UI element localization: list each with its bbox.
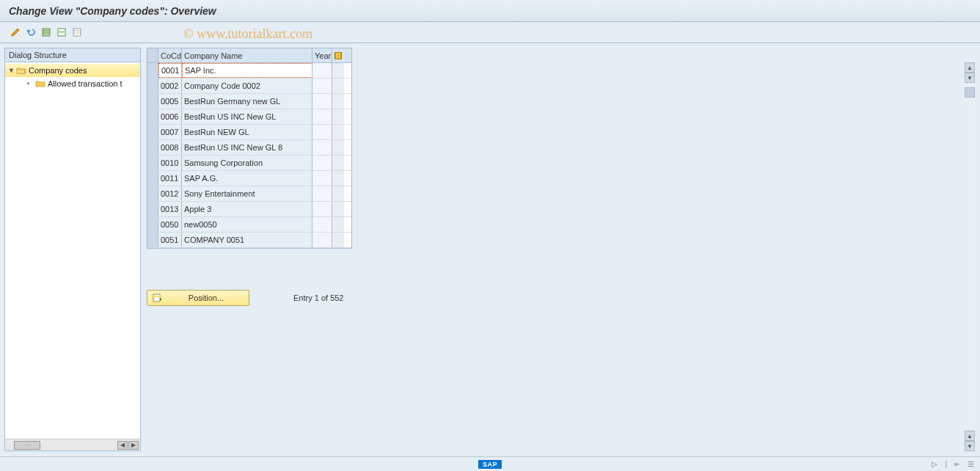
tree-bullet-icon: • <box>27 80 34 87</box>
cell-company-name[interactable]: new0050 <box>182 217 312 232</box>
row-selector[interactable] <box>147 125 158 139</box>
scroll-drag-handle[interactable]: ⋯ <box>14 441 40 450</box>
cell-year[interactable] <box>312 78 332 93</box>
row-selector[interactable] <box>147 109 158 124</box>
cell-cocd[interactable]: 0012 <box>158 186 182 201</box>
cell-company-name[interactable]: Apple 3 <box>182 202 312 216</box>
table-row[interactable]: 0007 BestRun NEW GL <box>147 125 351 140</box>
cell-cocd[interactable]: 0001 <box>158 63 182 78</box>
row-selector[interactable] <box>147 140 158 155</box>
row-selector[interactable] <box>147 156 158 170</box>
row-selector[interactable] <box>147 202 158 216</box>
table-row[interactable]: 0011 SAP A.G. <box>147 171 351 186</box>
table-row[interactable]: 0001 SAP Inc. <box>147 63 351 78</box>
cell-cocd[interactable]: 0010 <box>158 156 182 170</box>
cell-year[interactable] <box>312 94 332 109</box>
cell-company-name[interactable]: SAP A.G. <box>182 171 312 186</box>
cell-scroll-gutter <box>332 171 344 186</box>
row-selector[interactable] <box>147 217 158 232</box>
svg-rect-5 <box>73 29 81 36</box>
scroll-thumb[interactable] <box>965 87 975 98</box>
scroll-right-icon[interactable]: ▶ <box>128 441 139 450</box>
cell-cocd[interactable]: 0013 <box>158 202 182 216</box>
cell-company-name[interactable]: BestRun NEW GL <box>182 125 312 139</box>
cell-company-name[interactable]: Samsung Corporation <box>182 156 312 170</box>
table-row[interactable]: 0012 Sony Entertainment <box>147 186 351 202</box>
select-block-icon[interactable] <box>55 26 68 39</box>
display-change-icon[interactable] <box>9 26 22 39</box>
cell-cocd[interactable]: 0008 <box>158 140 182 155</box>
header-company-name[interactable]: Company Name <box>182 48 312 62</box>
position-button[interactable]: Position... <box>147 290 249 306</box>
tree-label: Allowed transaction t <box>48 79 122 88</box>
cell-cocd[interactable]: 0005 <box>158 94 182 109</box>
table-row[interactable]: 0002 Company Code 0002 <box>147 78 351 94</box>
row-selector[interactable] <box>147 233 158 247</box>
tree-label: Company codes <box>29 66 87 75</box>
svg-rect-9 <box>153 296 160 297</box>
cell-year[interactable] <box>312 233 332 247</box>
scroll-up-icon[interactable]: ▲ <box>965 62 975 73</box>
cell-cocd[interactable]: 0007 <box>158 125 182 139</box>
table-row[interactable]: 0050 new0050 <box>147 217 351 233</box>
table-row[interactable]: 0013 Apple 3 <box>147 202 351 217</box>
scroll-left-icon[interactable]: ◀ <box>117 441 128 450</box>
table-row[interactable]: 0006 BestRun US INC New GL <box>147 109 351 125</box>
table-row[interactable]: 0010 Samsung Corporation <box>147 156 351 171</box>
cell-company-name[interactable]: Sony Entertainment <box>182 186 312 201</box>
tree-item-allowed-transaction[interactable]: • Allowed transaction t <box>5 77 140 90</box>
table-vertical-scrollbar[interactable]: ▲ ▼ ▲ ▼ <box>964 62 976 451</box>
cell-year[interactable] <box>312 171 332 186</box>
cell-scroll-gutter <box>332 109 344 124</box>
cell-year[interactable] <box>312 202 332 216</box>
table-row[interactable]: 0051 COMPANY 0051 <box>147 233 351 248</box>
tree-item-company-codes[interactable]: ▼ Company codes <box>5 64 140 77</box>
tree-horizontal-scrollbar[interactable]: ⋯ ◀ ▶ <box>5 439 140 450</box>
row-selector[interactable] <box>147 171 158 186</box>
cell-company-name[interactable]: BestRun US INC New GL 8 <box>182 140 312 155</box>
row-selector[interactable] <box>147 94 158 109</box>
table-row[interactable]: 0008 BestRun US INC New GL 8 <box>147 140 351 156</box>
deselect-all-icon[interactable] <box>70 26 84 39</box>
cell-cocd[interactable]: 0051 <box>158 233 182 247</box>
select-all-icon[interactable] <box>40 26 53 39</box>
svg-rect-0 <box>43 29 50 36</box>
header-cocd[interactable]: CoCd <box>158 48 182 62</box>
status-menu-icon[interactable]: ☰ <box>968 460 974 468</box>
scroll-down-step-icon[interactable]: ▼ <box>965 73 975 83</box>
header-year[interactable]: Year <box>312 48 332 62</box>
tree-expand-icon[interactable]: ▼ <box>8 67 15 74</box>
cell-company-name[interactable]: SAP Inc. <box>182 63 312 78</box>
row-selector[interactable] <box>147 63 158 78</box>
cell-cocd[interactable]: 0050 <box>158 217 182 232</box>
scroll-down-icon[interactable]: ▲ <box>965 431 975 441</box>
cell-year[interactable] <box>312 156 332 170</box>
cell-year[interactable] <box>312 217 332 232</box>
cell-scroll-gutter <box>332 186 344 201</box>
undo-icon[interactable] <box>24 26 37 39</box>
status-right: ▷ | ⇤ ☰ <box>932 460 974 468</box>
cell-cocd[interactable]: 0011 <box>158 171 182 186</box>
cell-cocd[interactable]: 0006 <box>158 109 182 124</box>
cell-year[interactable] <box>312 63 332 78</box>
row-selector[interactable] <box>147 186 158 201</box>
cell-company-name[interactable]: BestRun US INC New GL <box>182 109 312 124</box>
header-selector[interactable] <box>147 48 158 62</box>
folder-closed-icon <box>34 78 46 89</box>
cell-year[interactable] <box>312 186 332 201</box>
cell-year[interactable] <box>312 125 332 139</box>
table-config-icon[interactable] <box>332 48 344 62</box>
app-toolbar <box>0 22 980 43</box>
cell-year[interactable] <box>312 140 332 155</box>
cell-company-name[interactable]: Company Code 0002 <box>182 78 312 93</box>
cell-year[interactable] <box>312 109 332 124</box>
folder-open-icon <box>15 65 27 76</box>
status-back-icon[interactable]: ⇤ <box>954 460 960 468</box>
row-selector[interactable] <box>147 78 158 93</box>
cell-company-name[interactable]: BestRun Germany new GL <box>182 94 312 109</box>
cell-scroll-gutter <box>332 63 344 78</box>
table-row[interactable]: 0005 BestRun Germany new GL <box>147 94 351 109</box>
cell-cocd[interactable]: 0002 <box>158 78 182 93</box>
scroll-bottom-icon[interactable]: ▼ <box>965 441 975 451</box>
cell-company-name[interactable]: COMPANY 0051 <box>182 233 312 247</box>
